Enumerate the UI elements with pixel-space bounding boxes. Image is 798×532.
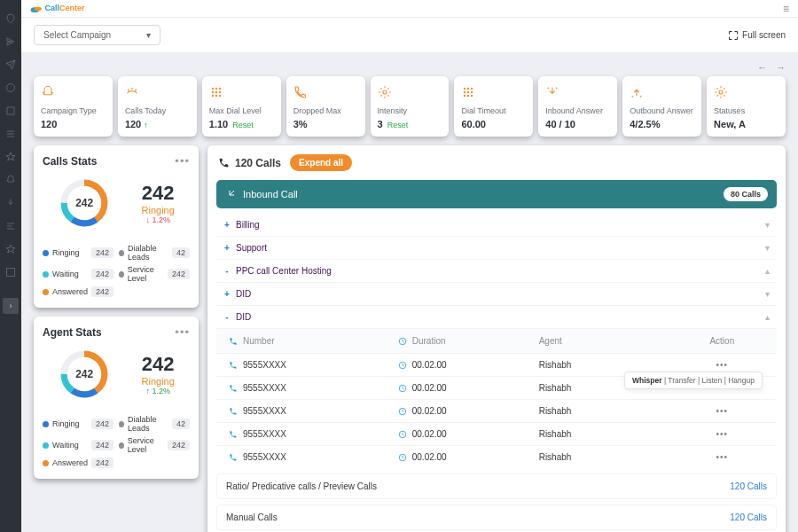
svg-point-7 (219, 88, 220, 89)
metrics-pager: ← → (34, 62, 786, 73)
sidebar-item[interactable] (4, 266, 17, 278)
calls-stats-donut: 242 (58, 176, 111, 230)
accordion-row[interactable]: +DID▾ (216, 283, 777, 306)
chevron-down-icon: ▾ (765, 289, 770, 299)
summary-count[interactable]: 120 Calls (730, 481, 767, 491)
campaign-select-label: Select Campaign (43, 30, 111, 40)
inbound-call-bar[interactable]: Inbound Call 80 Calls (216, 180, 777, 208)
svg-point-24 (719, 90, 723, 94)
legend-label: Waiting (52, 270, 79, 278)
svg-point-16 (468, 88, 469, 89)
legend-label: Waiting (52, 441, 79, 450)
accordion-row[interactable]: -PPC call Center Hosting▴ (216, 260, 777, 283)
row-action-button[interactable]: ••• (680, 360, 764, 370)
legend-value: 242 (91, 247, 113, 258)
svg-point-17 (472, 88, 473, 89)
calls-stats-biglabel: Ringing (142, 205, 175, 215)
svg-point-19 (468, 91, 469, 92)
logo: CallCenter (30, 4, 85, 13)
agent-stats-legend: Ringing242Dialable Leads42Waiting242Serv… (34, 408, 199, 479)
sidebar-item[interactable] (4, 35, 17, 48)
metric-value: 3% (293, 119, 358, 129)
pager-right-icon[interactable]: → (776, 62, 786, 73)
svg-point-20 (472, 91, 473, 92)
sidebar-item[interactable] (4, 128, 17, 140)
sidebar-expand-button[interactable]: › (3, 298, 19, 314)
table-header: Number Duration Agent Action (216, 329, 777, 353)
clock-icon (398, 337, 407, 346)
sidebar-item[interactable] (4, 12, 17, 25)
cell-duration: 00.02.00 (398, 429, 539, 439)
sidebar-item[interactable] (4, 82, 17, 94)
sidebar-item[interactable] (4, 105, 17, 117)
cell-duration: 00.02.00 (398, 452, 539, 462)
sidebar-item[interactable] (4, 151, 17, 163)
campaign-select[interactable]: Select Campaign ▾ (34, 25, 160, 45)
metric-value: 1.10 Reset (209, 119, 274, 129)
chevron-down-icon: ▾ (765, 220, 770, 230)
cell-agent: Rishabh (539, 429, 680, 439)
svg-rect-1 (7, 107, 14, 114)
pager-left-icon[interactable]: ← (757, 62, 767, 73)
table-row: 9555XXXX00.02.00Rishabh••• (216, 399, 777, 422)
chevron-up-icon: ▴ (765, 312, 770, 322)
menu-icon[interactable]: ≡ (783, 3, 789, 15)
row-action-button[interactable]: ••• (680, 406, 764, 416)
legend-dot (43, 271, 49, 278)
sidebar-item[interactable] (4, 59, 17, 71)
legend-label: Service Level (128, 265, 168, 283)
summary-row[interactable]: Manual Calls120 Calls (216, 505, 777, 530)
agent-stats-panel: Agent Stats ••• 242 242 Ringing ↑ 1.2% (34, 317, 199, 479)
metric-icon (714, 85, 778, 99)
accordion-row[interactable]: -DID▴ (216, 306, 777, 329)
legend-label: Dialable Leads (128, 415, 172, 433)
legend-item: Waiting242 (43, 265, 113, 283)
legend-value: 242 (91, 458, 113, 468)
metric-value: 120 ↑ (125, 119, 190, 129)
cell-duration: 00.02.00 (398, 383, 539, 393)
fullscreen-button[interactable]: Full screen (728, 30, 786, 41)
cell-agent: Rishabh (539, 360, 680, 370)
svg-point-15 (465, 88, 466, 89)
accordion-label: Support (236, 243, 267, 253)
accordion-row[interactable]: +Billing▾ (216, 214, 777, 237)
agent-stats-bignum: 242 (142, 353, 175, 376)
sidebar-item[interactable] (4, 197, 17, 209)
metric-label: Dial Timeout (461, 106, 526, 115)
summary-count[interactable]: 120 Calls (730, 512, 767, 522)
more-icon[interactable]: ••• (175, 325, 190, 339)
legend-label: Ringing (52, 419, 80, 428)
expand-all-button[interactable]: Expend all (290, 154, 352, 171)
reset-link[interactable]: Reset (387, 121, 409, 129)
svg-point-0 (7, 84, 15, 92)
row-action-button[interactable]: ••• (680, 429, 764, 439)
legend-value: 242 (168, 440, 190, 450)
sidebar-item[interactable] (4, 243, 17, 255)
metric-icon (125, 85, 190, 99)
legend-item: Answered242 (43, 286, 113, 297)
svg-point-8 (212, 91, 213, 92)
accordion-row[interactable]: +Support▾ (216, 237, 777, 260)
cell-duration: 00.02.00 (398, 406, 539, 416)
calls-stats-bignum: 242 (142, 182, 175, 205)
svg-point-18 (465, 91, 466, 92)
sidebar-item[interactable] (4, 174, 17, 186)
legend-value: 242 (168, 269, 190, 279)
accordion-label: Billing (236, 220, 260, 230)
metric-card: Campaign Type120 (34, 76, 113, 137)
cell-number: 9555XXXX (229, 406, 398, 416)
accordion-label: DID (236, 312, 251, 322)
legend-dot (43, 289, 49, 295)
sidebar-item[interactable] (4, 220, 17, 232)
legend-dot (43, 460, 49, 466)
summary-row[interactable]: Ratio/ Predicative calls / Preview Calls… (216, 473, 777, 499)
donut-center-value: 242 (58, 348, 111, 401)
phone-icon (229, 337, 238, 346)
reset-link[interactable]: Reset (232, 121, 254, 129)
metric-label: Intensity (378, 106, 442, 115)
metric-value: 4/2.5% (630, 119, 694, 129)
metric-icon (209, 85, 274, 99)
more-icon[interactable]: ••• (175, 154, 190, 168)
legend-item: Answered242 (43, 458, 113, 468)
row-action-button[interactable]: ••• (680, 452, 764, 462)
